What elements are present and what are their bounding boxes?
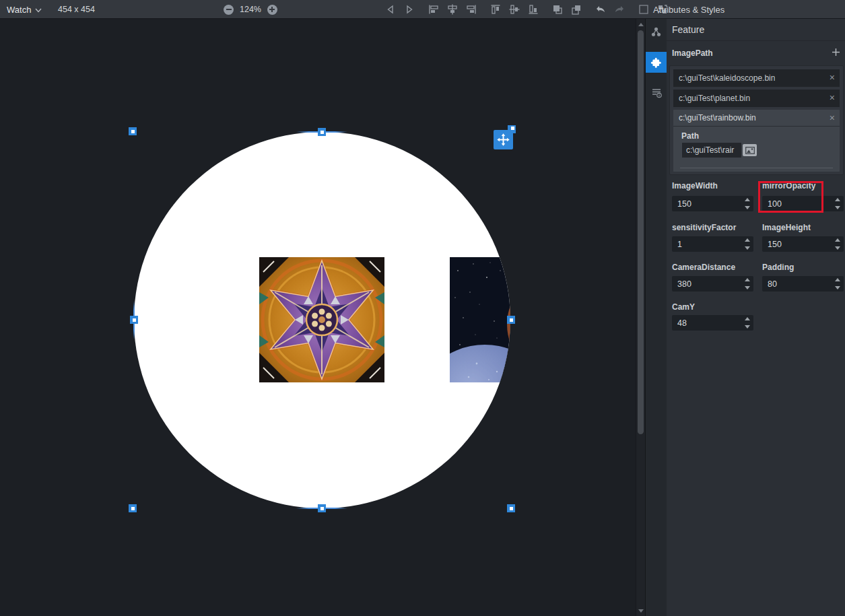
property-label: CamY bbox=[672, 302, 695, 312]
resize-handle-bottom-right[interactable] bbox=[507, 504, 515, 512]
camy-spinbox[interactable]: 48 bbox=[672, 315, 753, 331]
spinbox-value: 150 bbox=[768, 240, 782, 249]
panel-icon-strip bbox=[646, 19, 667, 616]
zoom-out-button[interactable] bbox=[224, 5, 234, 15]
spinner-arrows-icon[interactable] bbox=[834, 278, 841, 289]
property-label: CameraDistance bbox=[672, 263, 735, 272]
spinner-arrows-icon[interactable] bbox=[744, 238, 751, 250]
send-backward-icon[interactable] bbox=[570, 3, 583, 16]
resize-handle-top-left[interactable] bbox=[129, 127, 137, 135]
spinbox-value: 1 bbox=[677, 240, 682, 249]
imagepath-item[interactable]: c:\guiTest\kaleidoscope.bin × bbox=[673, 69, 840, 87]
canvas-vertical-scrollbar[interactable] bbox=[636, 19, 645, 616]
tab-form-info[interactable] bbox=[646, 82, 667, 103]
resize-handle-bottom-center[interactable] bbox=[318, 504, 326, 512]
align-right-icon[interactable] bbox=[465, 3, 478, 16]
path-input[interactable]: c:\guiTest\rair bbox=[682, 143, 741, 158]
remove-item-icon[interactable]: × bbox=[830, 72, 835, 83]
top-toolbar: Watch 454 x 454 124% bbox=[0, 0, 845, 19]
browse-image-button[interactable] bbox=[743, 144, 757, 156]
imageheight-spinbox[interactable]: 150 bbox=[762, 236, 844, 252]
spinner-arrows-icon[interactable] bbox=[744, 317, 751, 329]
watch-dropdown-label: Watch bbox=[7, 5, 31, 15]
group-separator bbox=[680, 168, 833, 168]
feature-section-title: Feature bbox=[672, 24, 704, 35]
path-input-value: c:\guiTest\rair bbox=[686, 145, 734, 155]
spinner-arrows-icon[interactable] bbox=[834, 238, 841, 250]
align-top-icon[interactable] bbox=[489, 3, 502, 16]
spinbox-value: 100 bbox=[768, 199, 782, 209]
resize-handle-bottom-left[interactable] bbox=[129, 504, 137, 512]
step-back-icon[interactable] bbox=[384, 3, 397, 16]
resize-handle-mid-left[interactable] bbox=[130, 316, 138, 324]
imagepath-label: ImagePath bbox=[672, 48, 713, 58]
remove-item-icon[interactable]: × bbox=[830, 92, 835, 103]
resize-handle-top-center[interactable] bbox=[318, 128, 326, 136]
imagepath-list: c:\guiTest\kaleidoscope.bin × c:\guiTest… bbox=[669, 65, 844, 175]
property-label: ImageHeight bbox=[762, 223, 811, 232]
step-forward-icon[interactable] bbox=[403, 3, 416, 16]
resize-handle-mid-right[interactable] bbox=[507, 316, 515, 324]
padding-spinbox[interactable]: 80 bbox=[762, 276, 844, 292]
scrollbar-thumb[interactable] bbox=[638, 30, 644, 434]
property-label: mirrorOpacity bbox=[762, 181, 815, 191]
tab-hierarchy[interactable] bbox=[646, 22, 667, 42]
spinner-arrows-icon[interactable] bbox=[744, 198, 751, 209]
zoom-controls: 124% bbox=[224, 0, 277, 19]
align-middle-vertical-icon[interactable] bbox=[508, 3, 521, 16]
zoom-level-label: 124% bbox=[240, 5, 261, 14]
spinbox-value: 80 bbox=[768, 279, 777, 289]
feature-section-header: Feature bbox=[667, 19, 845, 41]
tab-components[interactable] bbox=[646, 52, 667, 73]
imagepath-item-title-row[interactable]: c:\guiTest\rainbow.bin × bbox=[673, 110, 840, 127]
property-label: ImageWidth bbox=[672, 181, 718, 191]
redo-icon[interactable] bbox=[613, 3, 626, 16]
spinner-arrows-icon[interactable] bbox=[744, 278, 751, 289]
panel-content: Feature ImagePath c:\guiTest\kaleidoscop… bbox=[667, 19, 845, 616]
imagewidth-spinbox[interactable]: 150 bbox=[672, 196, 753, 211]
toolbar-icon-group bbox=[384, 0, 669, 19]
scroll-up-arrow-icon[interactable] bbox=[638, 23, 644, 26]
sensitivityfactor-spinbox[interactable]: 1 bbox=[672, 236, 753, 252]
align-bottom-icon[interactable] bbox=[527, 3, 540, 16]
cameradistance-spinbox[interactable]: 380 bbox=[672, 276, 753, 292]
spinbox-value: 150 bbox=[677, 199, 691, 209]
align-center-horizontal-icon[interactable] bbox=[446, 3, 459, 16]
kaleidoscope-image[interactable] bbox=[259, 257, 384, 382]
property-label: Padding bbox=[762, 263, 794, 272]
property-label: sensitivityFactor bbox=[672, 223, 736, 232]
spinbox-value: 380 bbox=[677, 279, 691, 289]
imagepath-header-row: ImagePath bbox=[667, 44, 845, 62]
imagepath-item-expanded[interactable]: c:\guiTest\rainbow.bin × Path c:\guiTest… bbox=[673, 110, 840, 172]
watch-dropdown[interactable]: Watch bbox=[7, 0, 42, 19]
spinbox-value: 48 bbox=[677, 318, 687, 328]
bring-forward-icon[interactable] bbox=[551, 3, 564, 16]
zoom-in-button[interactable] bbox=[267, 5, 277, 15]
remove-item-icon[interactable]: × bbox=[830, 112, 835, 123]
spinner-arrows-icon[interactable] bbox=[834, 198, 841, 209]
selection-box-icon[interactable] bbox=[637, 3, 650, 16]
right-panel-title: Attributes & Styles bbox=[653, 0, 724, 19]
canvas-size-label: 454 x 454 bbox=[58, 0, 95, 19]
imagepath-item-text: c:\guiTest\planet.bin bbox=[679, 94, 750, 103]
application-window: Watch 454 x 454 124% bbox=[0, 0, 845, 616]
scroll-down-arrow-icon[interactable] bbox=[638, 609, 644, 613]
mirroropacity-spinbox[interactable]: 100 bbox=[762, 196, 844, 211]
imagepath-item-text: c:\guiTest\rainbow.bin bbox=[679, 113, 756, 123]
resize-handle-top-right[interactable] bbox=[508, 125, 516, 133]
path-field-label: Path bbox=[681, 131, 699, 141]
imagepath-item[interactable]: c:\guiTest\planet.bin × bbox=[673, 90, 840, 107]
imagepath-item-text: c:\guiTest\kaleidoscope.bin bbox=[679, 73, 775, 83]
attributes-styles-panel: Feature ImagePath c:\guiTest\kaleidoscop… bbox=[645, 19, 845, 616]
design-canvas[interactable] bbox=[0, 19, 636, 616]
add-imagepath-button[interactable] bbox=[830, 46, 842, 58]
undo-icon[interactable] bbox=[594, 3, 607, 16]
chevron-down-icon bbox=[35, 3, 42, 15]
align-left-icon[interactable] bbox=[427, 3, 440, 16]
